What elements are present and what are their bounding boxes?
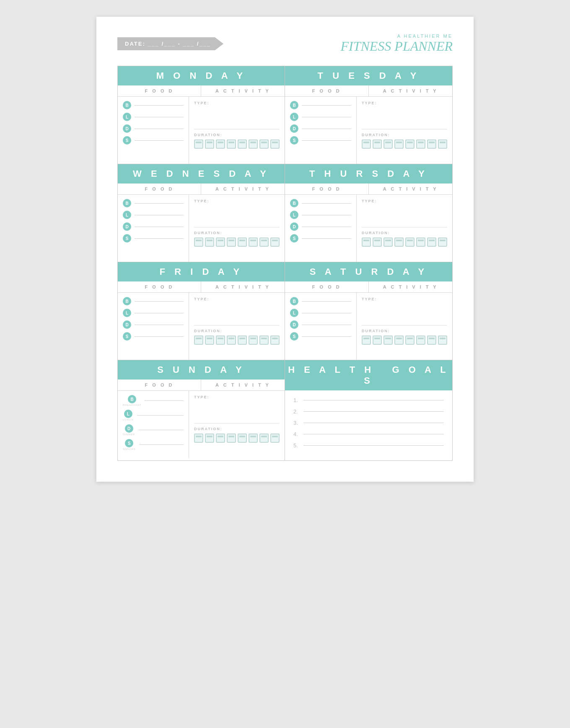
goal-row-3: 3. bbox=[293, 420, 444, 426]
wed-meal-s: S bbox=[123, 234, 184, 243]
friday-block: F R I D A Y F O O D A C T I V I T Y B L bbox=[118, 262, 285, 360]
breakfast-icon: B bbox=[123, 101, 131, 109]
row-fri-sat: F R I D A Y F O O D A C T I V I T Y B L bbox=[118, 262, 452, 360]
snack-line bbox=[135, 140, 184, 141]
sun-meal-d: D DINNER bbox=[123, 424, 184, 436]
tue-meal-l: L bbox=[290, 113, 351, 121]
wednesday-header: W E D N E S D A Y bbox=[118, 164, 285, 183]
thu-meal-b: B bbox=[290, 199, 351, 207]
fri-meal-l: L bbox=[123, 309, 184, 317]
sat-food: B L D S bbox=[285, 293, 357, 360]
monday-activity-label: A C T I V I T Y bbox=[201, 85, 285, 96]
tuesday-content: B L D S bbox=[285, 97, 452, 164]
water-cup-1 bbox=[194, 139, 203, 149]
tue-snack-icon: S bbox=[290, 136, 298, 145]
wed-meal-l: L bbox=[123, 211, 184, 219]
water-cup-5 bbox=[238, 139, 247, 149]
goal-num-2: 2. bbox=[293, 408, 300, 415]
thu-meal-l: L bbox=[290, 211, 351, 219]
fri-meal-d: D bbox=[123, 320, 184, 329]
sat-meal-b: B bbox=[290, 297, 351, 305]
sun-activity-label: A C T I V I T Y bbox=[201, 379, 285, 390]
dinner-icon: D bbox=[123, 124, 131, 133]
lunch-line bbox=[135, 117, 184, 117]
monday-meal-s: S bbox=[123, 136, 184, 145]
health-goals-content: 1. 2. 3. 4. bbox=[285, 390, 452, 460]
tuesday-food-label: F O O D bbox=[285, 85, 369, 96]
water-cup-2 bbox=[205, 139, 214, 149]
monday-meal-b: B bbox=[123, 101, 184, 109]
goal-row-4: 4. bbox=[293, 431, 444, 437]
friday-sub-header: F O O D A C T I V I T Y bbox=[118, 281, 285, 293]
fri-meal-b: B bbox=[123, 297, 184, 305]
tue-meal-d: D bbox=[290, 124, 351, 133]
row-wed-thu: W E D N E S D A Y F O O D A C T I V I T … bbox=[118, 164, 452, 262]
tue-dinner-icon: D bbox=[290, 124, 298, 133]
tue-breakfast-icon: B bbox=[290, 101, 298, 109]
tue-meal-b: B bbox=[290, 101, 351, 109]
thursday-block: T H U R S D A Y F O O D A C T I V I T Y … bbox=[285, 164, 452, 262]
water-cup-6 bbox=[249, 139, 258, 149]
goal-row-1: 1. bbox=[293, 397, 444, 403]
sunday-content: B BREAKFAST L LUNCH bbox=[118, 391, 285, 458]
tuesday-block: T U E S D A Y F O O D A C T I V I T Y B … bbox=[285, 66, 452, 164]
wed-food-label: F O O D bbox=[118, 183, 201, 194]
sat-meal-l: L bbox=[290, 309, 351, 317]
friday-header: F R I D A Y bbox=[118, 262, 285, 281]
goal-line-3 bbox=[303, 423, 444, 423]
sun-breakfast-icon: B bbox=[128, 395, 136, 403]
sunday-header: S U N D A Y bbox=[118, 360, 285, 379]
goal-num-5: 5. bbox=[293, 442, 300, 449]
dinner-line bbox=[135, 129, 184, 129]
goal-row-2: 2. bbox=[293, 408, 444, 415]
thursday-header: T H U R S D A Y bbox=[285, 164, 452, 183]
lunch-icon: L bbox=[123, 113, 131, 121]
thu-activity: TYPE: DURATION: bbox=[357, 195, 452, 262]
wed-food: B L D S bbox=[118, 195, 189, 262]
goal-row-5: 5. bbox=[293, 442, 444, 449]
saturday-block: S A T U R D A Y F O O D A C T I V I T Y … bbox=[285, 262, 452, 360]
wednesday-block: W E D N E S D A Y F O O D A C T I V I T … bbox=[118, 164, 285, 262]
tuesday-header: T U E S D A Y bbox=[285, 66, 452, 85]
goal-line-2 bbox=[303, 411, 444, 412]
wednesday-sub-header: F O O D A C T I V I T Y bbox=[118, 183, 285, 195]
header: DATE: ___ /___ - ___ /___ A HEALTHIER ME… bbox=[117, 34, 453, 54]
thu-meal-d: D bbox=[290, 222, 351, 231]
saturday-content: B L D S bbox=[285, 293, 452, 360]
monday-duration-label: DURATION: bbox=[194, 129, 280, 137]
sat-activity: TYPE: DURATION: bbox=[357, 293, 452, 360]
fri-meal-s: S bbox=[123, 332, 184, 341]
planner-grid: M O N D A Y F O O D A C T I V I T Y B L bbox=[117, 66, 453, 461]
brand-subtitle: A HEALTHIER ME bbox=[340, 34, 453, 39]
sat-meal-s: S bbox=[290, 332, 351, 341]
tuesday-sub-header: F O O D A C T I V I T Y bbox=[285, 85, 452, 97]
water-cup-7 bbox=[259, 139, 269, 149]
row-sun-goals: S U N D A Y F O O D A C T I V I T Y B BR… bbox=[118, 360, 452, 460]
tue-lunch-icon: L bbox=[290, 113, 298, 121]
monday-content: B L D S bbox=[118, 97, 285, 164]
tuesday-activity: TYPE: DURATION: bbox=[357, 97, 452, 164]
sun-meal-s: S SNACKS bbox=[123, 439, 184, 450]
thursday-sub-header: F O O D A C T I V I T Y bbox=[285, 183, 452, 195]
goal-num-3: 3. bbox=[293, 420, 300, 426]
thu-activity-label: A C T I V I T Y bbox=[369, 183, 453, 194]
sun-snack-icon: S bbox=[125, 439, 133, 447]
breakfast-line bbox=[135, 105, 184, 106]
water-cup-3 bbox=[216, 139, 225, 149]
brand: A HEALTHIER ME FITNESS Planner bbox=[340, 34, 453, 54]
saturday-sub-header: F O O D A C T I V I T Y bbox=[285, 281, 452, 293]
goal-num-1: 1. bbox=[293, 397, 300, 403]
sat-activity-label: A C T I V I T Y bbox=[369, 281, 453, 292]
thu-food-label: F O O D bbox=[285, 183, 369, 194]
fri-food: B L D S bbox=[118, 293, 189, 360]
date-label: DATE: ___ /___ - ___ /___ bbox=[125, 41, 211, 47]
monday-type-label: TYPE: bbox=[194, 101, 280, 105]
wednesday-content: B L D S bbox=[118, 195, 285, 262]
thu-meal-s: S bbox=[290, 234, 351, 243]
sun-food-label: F O O D bbox=[118, 379, 201, 390]
brand-title: FITNESS Planner bbox=[340, 39, 453, 54]
tuesday-food: B L D S bbox=[285, 97, 357, 164]
monday-type-space bbox=[194, 107, 280, 126]
saturday-header: S A T U R D A Y bbox=[285, 262, 452, 281]
snack-icon: S bbox=[123, 136, 131, 145]
